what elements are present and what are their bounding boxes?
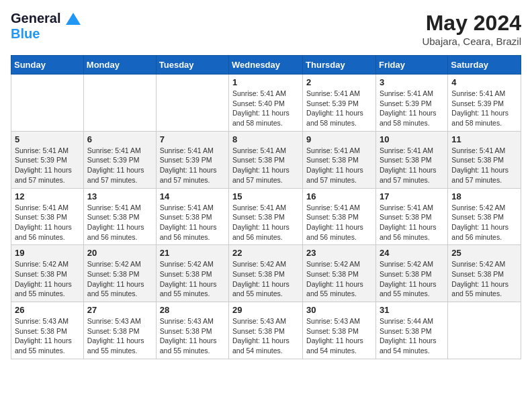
calendar-day: 19Sunrise: 5:42 AMSunset: 5:38 PMDayligh… <box>11 245 84 302</box>
day-number: 22 <box>232 248 299 258</box>
day-info: Sunrise: 5:43 AMSunset: 5:38 PMDaylight:… <box>160 316 225 356</box>
day-info-line: Sunset: 5:38 PM <box>451 269 517 279</box>
day-info-line: Daylight: 11 hours and 56 minutes. <box>380 222 444 242</box>
day-info-line: Sunset: 5:39 PM <box>87 155 152 165</box>
calendar-day: 11Sunrise: 5:41 AMSunset: 5:38 PMDayligh… <box>448 131 521 188</box>
day-info-line: Sunset: 5:38 PM <box>380 155 444 165</box>
day-info-line: Daylight: 11 hours and 57 minutes. <box>451 165 517 185</box>
calendar-day: 4Sunrise: 5:41 AMSunset: 5:39 PMDaylight… <box>448 75 521 132</box>
day-info-line: Sunset: 5:39 PM <box>451 99 517 109</box>
day-info-line: Sunset: 5:38 PM <box>451 212 517 222</box>
calendar-day: 18Sunrise: 5:42 AMSunset: 5:38 PMDayligh… <box>448 188 521 245</box>
day-info-line: Sunrise: 5:41 AM <box>160 203 225 213</box>
day-info-line: Sunset: 5:38 PM <box>15 269 80 279</box>
calendar-day: 27Sunrise: 5:43 AMSunset: 5:38 PMDayligh… <box>83 302 156 359</box>
day-info-line: Sunset: 5:38 PM <box>306 269 372 279</box>
calendar-day: 3Sunrise: 5:41 AMSunset: 5:39 PMDaylight… <box>375 75 447 132</box>
day-number: 19 <box>15 248 80 258</box>
day-info-line: Sunset: 5:38 PM <box>306 212 372 222</box>
day-info-line: Daylight: 11 hours and 55 minutes. <box>160 336 225 355</box>
day-number: 24 <box>380 248 444 258</box>
col-friday: Friday <box>375 56 447 75</box>
day-info: Sunrise: 5:44 AMSunset: 5:38 PMDaylight:… <box>380 316 444 356</box>
calendar-day: 1Sunrise: 5:41 AMSunset: 5:40 PMDaylight… <box>229 75 303 132</box>
calendar-day: 30Sunrise: 5:43 AMSunset: 5:38 PMDayligh… <box>303 302 376 359</box>
day-info-line: Sunset: 5:38 PM <box>160 326 225 336</box>
day-info-line: Daylight: 11 hours and 55 minutes. <box>87 336 152 355</box>
day-info-line: Sunrise: 5:42 AM <box>451 259 517 269</box>
day-info-line: Daylight: 11 hours and 55 minutes. <box>451 279 517 299</box>
day-info: Sunrise: 5:41 AMSunset: 5:38 PMDaylight:… <box>380 146 444 185</box>
day-info-line: Sunrise: 5:42 AM <box>87 259 152 269</box>
calendar-day: 7Sunrise: 5:41 AMSunset: 5:39 PMDaylight… <box>156 131 228 188</box>
day-info: Sunrise: 5:41 AMSunset: 5:38 PMDaylight:… <box>232 146 299 185</box>
day-info-line: Sunset: 5:38 PM <box>15 326 80 336</box>
day-info-line: Sunrise: 5:41 AM <box>451 89 517 99</box>
day-info-line: Sunrise: 5:41 AM <box>232 89 299 99</box>
day-info-line: Sunset: 5:38 PM <box>15 212 80 222</box>
calendar-day: 5Sunrise: 5:41 AMSunset: 5:39 PMDaylight… <box>11 131 84 188</box>
day-info: Sunrise: 5:41 AMSunset: 5:38 PMDaylight:… <box>306 203 372 242</box>
day-info-line: Daylight: 11 hours and 56 minutes. <box>451 222 517 242</box>
day-info-line: Sunset: 5:38 PM <box>232 212 299 222</box>
day-info-line: Sunrise: 5:43 AM <box>160 316 225 326</box>
calendar-day <box>11 75 84 132</box>
day-info-line: Sunrise: 5:42 AM <box>451 203 517 213</box>
calendar-day: 8Sunrise: 5:41 AMSunset: 5:38 PMDaylight… <box>229 131 303 188</box>
day-info: Sunrise: 5:42 AMSunset: 5:38 PMDaylight:… <box>15 259 80 299</box>
day-info: Sunrise: 5:41 AMSunset: 5:38 PMDaylight:… <box>451 146 517 185</box>
day-info: Sunrise: 5:41 AMSunset: 5:38 PMDaylight:… <box>87 203 152 242</box>
calendar-week-5: 26Sunrise: 5:43 AMSunset: 5:38 PMDayligh… <box>11 302 521 359</box>
day-info-line: Sunset: 5:38 PM <box>160 269 225 279</box>
day-number: 31 <box>380 305 444 315</box>
day-info: Sunrise: 5:41 AMSunset: 5:39 PMDaylight:… <box>306 89 372 128</box>
day-info-line: Daylight: 11 hours and 58 minutes. <box>232 108 299 128</box>
day-number: 18 <box>451 191 517 201</box>
calendar-day <box>448 302 521 359</box>
calendar-table: Sunday Monday Tuesday Wednesday Thursday… <box>11 55 521 359</box>
day-number: 16 <box>306 191 372 201</box>
calendar-day: 26Sunrise: 5:43 AMSunset: 5:38 PMDayligh… <box>11 302 84 359</box>
day-number: 15 <box>232 191 299 201</box>
day-info-line: Daylight: 11 hours and 56 minutes. <box>160 222 225 242</box>
day-info: Sunrise: 5:42 AMSunset: 5:38 PMDaylight:… <box>87 259 152 299</box>
day-info: Sunrise: 5:41 AMSunset: 5:39 PMDaylight:… <box>451 89 517 128</box>
day-info: Sunrise: 5:41 AMSunset: 5:39 PMDaylight:… <box>380 89 444 128</box>
day-number: 13 <box>87 191 152 201</box>
day-info-line: Sunset: 5:38 PM <box>87 212 152 222</box>
day-info-line: Daylight: 11 hours and 58 minutes. <box>451 108 517 128</box>
day-info-line: Daylight: 11 hours and 55 minutes. <box>306 279 372 299</box>
day-info-line: Daylight: 11 hours and 57 minutes. <box>160 165 225 185</box>
day-info: Sunrise: 5:41 AMSunset: 5:38 PMDaylight:… <box>380 203 444 242</box>
calendar-week-3: 12Sunrise: 5:41 AMSunset: 5:38 PMDayligh… <box>11 188 521 245</box>
day-info: Sunrise: 5:41 AMSunset: 5:40 PMDaylight:… <box>232 89 299 128</box>
day-info-line: Daylight: 11 hours and 55 minutes. <box>15 336 80 355</box>
day-info-line: Sunset: 5:39 PM <box>160 155 225 165</box>
day-info-line: Daylight: 11 hours and 57 minutes. <box>232 165 299 185</box>
day-info-line: Sunset: 5:38 PM <box>232 326 299 336</box>
day-info-line: Sunrise: 5:42 AM <box>306 259 372 269</box>
day-info-line: Sunrise: 5:41 AM <box>380 89 444 99</box>
day-info-line: Daylight: 11 hours and 57 minutes. <box>15 165 80 185</box>
day-info-line: Sunset: 5:38 PM <box>306 155 372 165</box>
day-info-line: Sunrise: 5:41 AM <box>451 146 517 156</box>
day-number: 7 <box>160 134 225 144</box>
day-info: Sunrise: 5:41 AMSunset: 5:39 PMDaylight:… <box>87 146 152 185</box>
day-info-line: Daylight: 11 hours and 55 minutes. <box>380 279 444 299</box>
day-number: 9 <box>306 134 372 144</box>
col-thursday: Thursday <box>303 56 376 75</box>
day-info: Sunrise: 5:42 AMSunset: 5:38 PMDaylight:… <box>232 259 299 299</box>
calendar-day: 21Sunrise: 5:42 AMSunset: 5:38 PMDayligh… <box>156 245 228 302</box>
svg-marker-0 <box>66 13 81 25</box>
day-info-line: Daylight: 11 hours and 55 minutes. <box>87 279 152 299</box>
header-row: Sunday Monday Tuesday Wednesday Thursday… <box>11 56 521 75</box>
calendar-week-1: 1Sunrise: 5:41 AMSunset: 5:40 PMDaylight… <box>11 75 521 132</box>
day-number: 29 <box>232 305 299 315</box>
day-info: Sunrise: 5:42 AMSunset: 5:38 PMDaylight:… <box>451 203 517 242</box>
day-info-line: Sunset: 5:38 PM <box>160 212 225 222</box>
day-info-line: Sunrise: 5:41 AM <box>306 89 372 99</box>
logo-text: General <box>11 11 81 26</box>
calendar-day: 24Sunrise: 5:42 AMSunset: 5:38 PMDayligh… <box>375 245 447 302</box>
col-saturday: Saturday <box>448 56 521 75</box>
day-info-line: Daylight: 11 hours and 56 minutes. <box>87 222 152 242</box>
